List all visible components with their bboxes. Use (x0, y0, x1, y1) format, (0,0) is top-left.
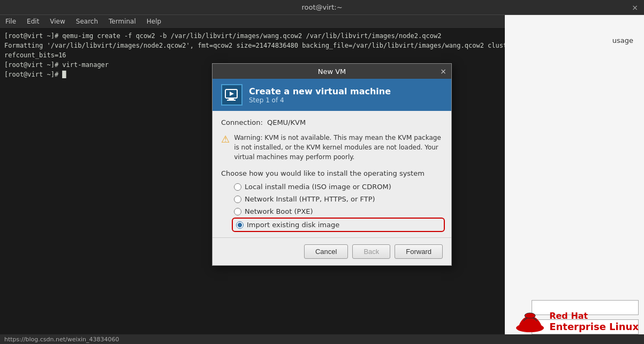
dialog-header-title: Create a new virtual machine (249, 86, 391, 96)
forward-button[interactable]: Forward (395, 244, 443, 259)
dialog-header-subtitle: Step 1 of 4 (249, 96, 391, 104)
redhat-text: Red Hat Enterprise Linux (549, 311, 639, 332)
menu-help[interactable]: Help (145, 17, 163, 26)
radio-local[interactable]: Local install media (ISO image or CDROM) (234, 183, 443, 191)
connection-value: QEMU/KVM (267, 118, 306, 126)
menu-search[interactable]: Search (74, 17, 100, 26)
dialog-body: Connection: QEMU/KVM ⚠ Warning: KVM is n… (213, 111, 451, 237)
redhat-logo: Red Hat Enterprise Linux (516, 309, 639, 333)
svg-rect-4 (227, 100, 236, 101)
radio-network-boot-input[interactable] (234, 208, 241, 215)
radio-network-install-input[interactable] (234, 196, 241, 203)
new-vm-icon (221, 84, 243, 106)
warning-text: Warning: KVM is not available. This may … (234, 133, 443, 162)
dialog-title: New VM (318, 68, 346, 76)
svg-point-1 (525, 313, 535, 318)
url-text: https://blog.csdn.net/weixin_43834060 (4, 336, 119, 343)
dialog-titlebar: New VM × (213, 64, 451, 79)
menu-edit[interactable]: Edit (25, 17, 41, 26)
menu-terminal[interactable]: Terminal (107, 17, 138, 26)
menu-file[interactable]: File (3, 17, 18, 26)
dialog-close-button[interactable]: × (438, 66, 448, 76)
radio-network-boot[interactable]: Network Boot (PXE) (234, 207, 443, 215)
monitor-icon (224, 88, 239, 101)
dialog-header: Create a new virtual machine Step 1 of 4 (213, 79, 451, 111)
cancel-button[interactable]: Cancel (304, 244, 348, 259)
radio-network-install[interactable]: Network Install (HTTP, HTTPS, or FTP) (234, 195, 443, 203)
warning-icon: ⚠ (221, 133, 230, 145)
back-button[interactable]: Back (352, 244, 390, 259)
dialog-footer: Cancel Back Forward (213, 237, 451, 265)
right-panel: usage Red Hat Enterprise Linux (505, 15, 644, 344)
radio-import-disk-label: Import existing disk image (247, 221, 339, 229)
radio-local-input[interactable] (234, 183, 241, 191)
usage-label: usage (612, 36, 633, 44)
url-bar: https://blog.csdn.net/weixin_43834060 (0, 334, 644, 344)
radio-group: Local install media (ISO image or CDROM)… (221, 183, 443, 230)
terminal-close-button[interactable]: × (630, 3, 640, 12)
radio-import-disk[interactable]: Import existing disk image (234, 220, 443, 230)
radio-network-install-label: Network Install (HTTP, HTTPS, or FTP) (245, 195, 375, 203)
new-vm-dialog: New VM × Create a new virtual machine St… (212, 63, 452, 266)
terminal-title: root@virt:~ (301, 3, 342, 11)
radio-import-disk-input[interactable] (236, 221, 244, 229)
connection-label: Connection: (221, 118, 263, 126)
redhat-hat-icon (516, 309, 545, 333)
radio-local-label: Local install media (ISO image or CDROM) (245, 183, 391, 191)
redhat-line2: Enterprise Linux (549, 321, 639, 332)
radio-network-boot-label: Network Boot (PXE) (245, 207, 313, 215)
connection-row: Connection: QEMU/KVM (221, 118, 443, 126)
install-label: Choose how you would like to install the… (221, 169, 443, 177)
menu-view[interactable]: View (48, 17, 67, 26)
redhat-line1: Red Hat (549, 311, 639, 321)
dialog-header-text: Create a new virtual machine Step 1 of 4 (249, 86, 391, 104)
terminal-titlebar: root@virt:~ × (0, 0, 644, 15)
warning-box: ⚠ Warning: KVM is not available. This ma… (221, 133, 443, 162)
